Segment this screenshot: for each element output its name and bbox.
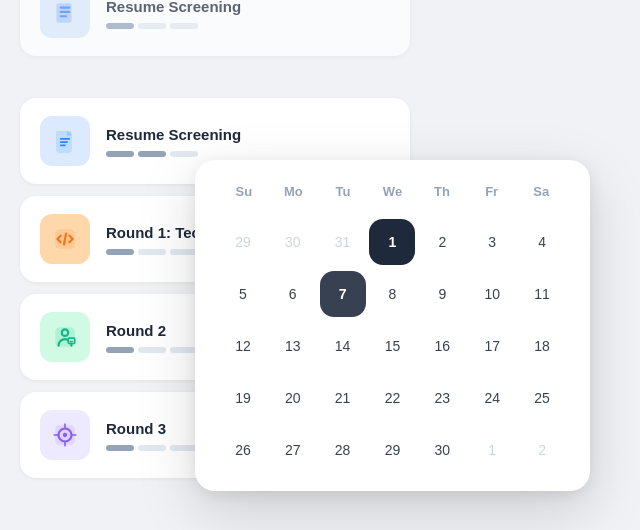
- calendar-day[interactable]: 23: [419, 375, 465, 421]
- calendar-day[interactable]: 1: [369, 219, 415, 265]
- day-header-sa: Sa: [516, 180, 566, 203]
- calendar-day[interactable]: 1: [469, 427, 515, 473]
- calendar-day[interactable]: 31: [320, 219, 366, 265]
- calendar-day[interactable]: 19: [220, 375, 266, 421]
- calendar-day[interactable]: 7: [320, 271, 366, 317]
- card-title: Resume Screening: [106, 126, 390, 143]
- calendar-day[interactable]: 2: [519, 427, 565, 473]
- calendar-day[interactable]: 21: [320, 375, 366, 421]
- day-header-su: Su: [219, 180, 269, 203]
- calendar-day[interactable]: 5: [220, 271, 266, 317]
- calendar-day[interactable]: 14: [320, 323, 366, 369]
- day-header-tu: Tu: [318, 180, 368, 203]
- calendar-day[interactable]: 17: [469, 323, 515, 369]
- card-icon: [40, 0, 90, 38]
- calendar-day[interactable]: 27: [270, 427, 316, 473]
- card-title: Resume Screening: [106, 0, 390, 15]
- round-3-icon: [40, 410, 90, 460]
- calendar-day[interactable]: 16: [419, 323, 465, 369]
- calendar-day[interactable]: 11: [519, 271, 565, 317]
- calendar-day[interactable]: 10: [469, 271, 515, 317]
- calendar-day[interactable]: 4: [519, 219, 565, 265]
- resume-screening-icon: [40, 116, 90, 166]
- day-header-we: We: [368, 180, 418, 203]
- card-dots: [106, 151, 390, 157]
- card-content: Resume Screening: [106, 126, 390, 157]
- calendar-grid: 2930311234567891011121314151617181920212…: [219, 217, 566, 475]
- calendar-day[interactable]: 13: [270, 323, 316, 369]
- calendar-day[interactable]: 15: [369, 323, 415, 369]
- calendar-day[interactable]: 22: [369, 375, 415, 421]
- calendar-day[interactable]: 28: [320, 427, 366, 473]
- day-header-fr: Fr: [467, 180, 517, 203]
- calendar-day[interactable]: 30: [419, 427, 465, 473]
- card-content: Resume Screening: [106, 0, 390, 29]
- calendar-day[interactable]: 26: [220, 427, 266, 473]
- calendar-day[interactable]: 24: [469, 375, 515, 421]
- round-1-icon: [40, 214, 90, 264]
- svg-point-8: [63, 433, 67, 437]
- calendar-day[interactable]: 29: [220, 219, 266, 265]
- calendar-day[interactable]: 25: [519, 375, 565, 421]
- calendar-day[interactable]: 8: [369, 271, 415, 317]
- calendar-day[interactable]: 29: [369, 427, 415, 473]
- calendar-day[interactable]: 30: [270, 219, 316, 265]
- calendar-day[interactable]: 3: [469, 219, 515, 265]
- calendar-day[interactable]: 20: [270, 375, 316, 421]
- calendar-day[interactable]: 2: [419, 219, 465, 265]
- calendar-popup: Su Mo Tu We Th Fr Sa 2930311234567891011…: [195, 160, 590, 491]
- calendar-day[interactable]: 9: [419, 271, 465, 317]
- card-partial-top[interactable]: Resume Screening: [20, 0, 410, 56]
- calendar-day[interactable]: 12: [220, 323, 266, 369]
- calendar-day-headers: Su Mo Tu We Th Fr Sa: [219, 180, 566, 203]
- calendar-day[interactable]: 6: [270, 271, 316, 317]
- day-header-th: Th: [417, 180, 467, 203]
- round-2-icon: [40, 312, 90, 362]
- day-header-mo: Mo: [269, 180, 319, 203]
- calendar-day[interactable]: 18: [519, 323, 565, 369]
- card-dots: [106, 23, 390, 29]
